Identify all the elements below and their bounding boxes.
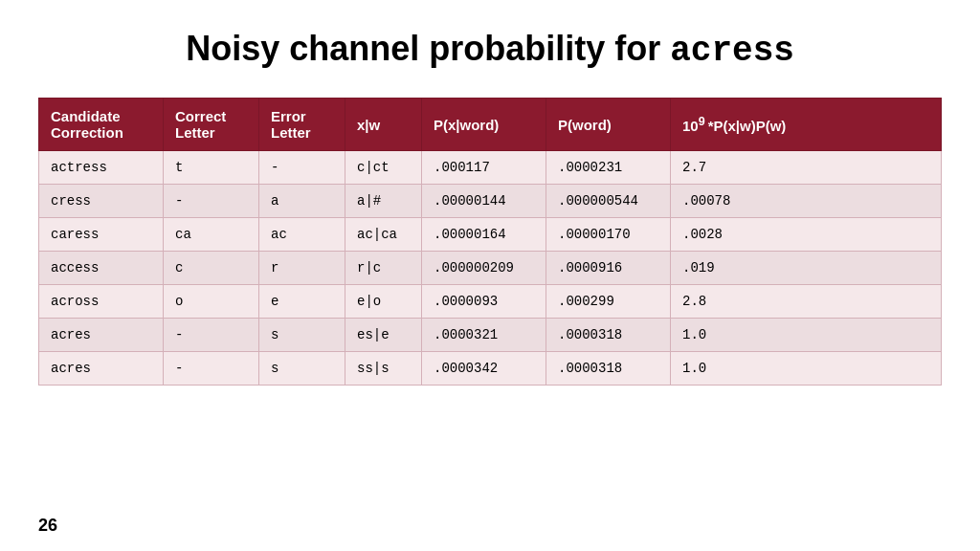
header-pxword: P(x|word)	[422, 99, 546, 151]
table-cell: 1.0	[671, 352, 942, 386]
header-pword: P(word)	[546, 99, 671, 151]
table-cell: o	[164, 285, 259, 319]
table-cell: .019	[671, 252, 942, 285]
table-cell: ca	[164, 218, 259, 252]
table-cell: .00000164	[422, 218, 546, 252]
title-word: acress	[670, 32, 794, 71]
table-cell: ss|s	[345, 352, 422, 386]
table-cell: 1.0	[671, 319, 942, 352]
table-cell: c|ct	[345, 151, 422, 185]
table-cell: actress	[39, 151, 164, 185]
table-cell: -	[259, 151, 345, 185]
probability-table: CandidateCorrection CorrectLetter ErrorL…	[38, 98, 942, 386]
title-prefix: Noisy channel probability for	[186, 29, 670, 68]
table-cell: s	[259, 319, 345, 352]
table-cell: .000000544	[546, 185, 671, 218]
header-error: ErrorLetter	[259, 99, 345, 151]
page-number: 26	[38, 516, 57, 536]
table-header-row: CandidateCorrection CorrectLetter ErrorL…	[39, 99, 942, 151]
table-cell: .0000231	[546, 151, 671, 185]
table-row: cress-aa|#.00000144.000000544.00078	[39, 185, 942, 218]
page: Noisy channel probability for acress Can…	[0, 0, 980, 551]
table-cell: access	[39, 252, 164, 285]
table-row: actresst-c|ct.000117.00002312.7	[39, 151, 942, 185]
table-cell: .00000170	[546, 218, 671, 252]
table-cell: c	[164, 252, 259, 285]
table-row: acrossoee|o.0000093.0002992.8	[39, 285, 942, 319]
table-cell: acres	[39, 319, 164, 352]
table-cell: across	[39, 285, 164, 319]
table-cell: 2.7	[671, 151, 942, 185]
table-cell: e|o	[345, 285, 422, 319]
table-cell: r	[259, 252, 345, 285]
table-cell: -	[164, 352, 259, 386]
header-xw: x|w	[345, 99, 422, 151]
table-cell: -	[164, 319, 259, 352]
table-cell: .0000916	[546, 252, 671, 285]
table-cell: a	[259, 185, 345, 218]
table-cell: .0000318	[546, 319, 671, 352]
header-correct: CorrectLetter	[164, 99, 259, 151]
table-row: accesscrr|c.000000209.0000916.019	[39, 252, 942, 285]
table-cell: e	[259, 285, 345, 319]
table-cell: .0028	[671, 218, 942, 252]
header-formula: 109 *P(x|w)P(w)	[671, 99, 942, 151]
table-cell: es|e	[345, 319, 422, 352]
table-cell: t	[164, 151, 259, 185]
table-cell: .0000342	[422, 352, 546, 386]
table-cell: .000000209	[422, 252, 546, 285]
table-cell: s	[259, 352, 345, 386]
table-cell: .0000093	[422, 285, 546, 319]
table-row: acres-ses|e.0000321.00003181.0	[39, 319, 942, 352]
page-title: Noisy channel probability for acress	[38, 29, 942, 71]
table-cell: acres	[39, 352, 164, 386]
table-cell: 2.8	[671, 285, 942, 319]
table-cell: .000117	[422, 151, 546, 185]
table-row: acres-sss|s.0000342.00003181.0	[39, 352, 942, 386]
table-cell: .0000321	[422, 319, 546, 352]
table-cell: .0000318	[546, 352, 671, 386]
table-cell: .00000144	[422, 185, 546, 218]
table-cell: .00078	[671, 185, 942, 218]
table-cell: caress	[39, 218, 164, 252]
table-cell: .000299	[546, 285, 671, 319]
table-cell: -	[164, 185, 259, 218]
table-cell: r|c	[345, 252, 422, 285]
table-row: caresscaacac|ca.00000164.00000170.0028	[39, 218, 942, 252]
table-cell: a|#	[345, 185, 422, 218]
table-cell: ac|ca	[345, 218, 422, 252]
table-cell: ac	[259, 218, 345, 252]
header-candidate: CandidateCorrection	[39, 99, 164, 151]
table-cell: cress	[39, 185, 164, 218]
